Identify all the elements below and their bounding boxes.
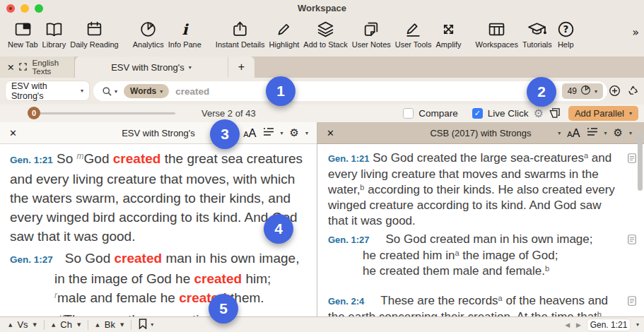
superscript-marker[interactable]: b	[545, 264, 549, 273]
live-click-settings-gear-icon[interactable]: ⚙	[534, 107, 544, 120]
step-down-icon[interactable]: ▼	[77, 322, 81, 328]
expand-zone-icon[interactable]	[19, 63, 27, 72]
caret-down-icon[interactable]: ▾	[636, 321, 639, 328]
scrollbar-thumb[interactable]	[638, 133, 643, 191]
duplicate-pane-icon[interactable]	[549, 107, 561, 121]
search-icon[interactable]: ▾	[102, 86, 117, 97]
verse-reference[interactable]: Gen. 1:21	[10, 155, 53, 165]
window-titlebar: Workspace	[0, 0, 644, 16]
search-hit[interactable]: created	[113, 151, 161, 166]
step-down-icon[interactable]: ▼	[33, 322, 37, 328]
toolbar-item-user-tools[interactable]: User Tools	[395, 18, 432, 49]
verse-slider-thumb[interactable]: 0	[28, 107, 40, 119]
toolbar-item-label: User Notes	[352, 40, 391, 49]
toolbar-item-help[interactable]: ?Help	[556, 18, 575, 49]
toolbar-item-amplify[interactable]: Amplify	[436, 18, 462, 49]
text-size-icon[interactable]: AA	[567, 126, 580, 140]
toolbar-item-label: Library	[42, 40, 66, 49]
verse-text: male and female he	[57, 290, 179, 305]
display-format-icon[interactable]	[263, 126, 274, 139]
step-up-icon[interactable]: ▲	[52, 322, 55, 328]
previous-reference-icon[interactable]: ◀	[565, 321, 570, 328]
add-parallel-button[interactable]: Add Parallel ▾	[568, 106, 638, 121]
user-note-icon[interactable]	[628, 233, 636, 249]
search-hit[interactable]: created	[194, 271, 242, 286]
window-title: Workspace	[0, 3, 644, 13]
step-up-icon[interactable]: ▲	[95, 322, 99, 328]
current-reference-box[interactable]: Gen. 1:21	[587, 319, 630, 331]
pane-tools: ▾ AA ▾ ⚙ ▾	[558, 126, 632, 140]
search-scope-pill[interactable]: Words ▾	[124, 84, 169, 98]
compare-checkbox[interactable]	[403, 108, 414, 119]
verse-position-label: Verse 2 of 43	[201, 108, 256, 119]
toolbar-item-label: Info Pane	[168, 40, 201, 49]
svg-text:?: ?	[563, 23, 568, 35]
pane-csb-text[interactable]: Gen. 1:21 So God created the large sea-c…	[317, 144, 644, 316]
toolbar-item-workspaces[interactable]: Workspaces	[476, 18, 518, 49]
search-query-text[interactable]: created	[175, 86, 209, 97]
pane-settings-gear-icon[interactable]: ⚙	[614, 126, 623, 139]
toolbar-item-info-pane[interactable]: iInfo Pane	[168, 18, 201, 49]
toolbar-item-library[interactable]: Library	[42, 18, 66, 49]
verse-reference[interactable]: Gen. 2:4	[328, 296, 364, 307]
verse-reference[interactable]: Gen. 1:21	[328, 153, 370, 164]
caret-down-icon: ▾	[629, 130, 632, 136]
text-size-icon[interactable]: AA	[243, 126, 256, 140]
toolbar-overflow-icon[interactable]: »	[632, 25, 639, 39]
toolbar-item-tutorials[interactable]: Tutorials	[522, 18, 552, 49]
toolbar-item-instant-details[interactable]: Instant Details	[216, 18, 265, 49]
caret-down-icon: ▾	[281, 130, 283, 136]
superscript-marker[interactable]: b	[597, 310, 602, 316]
verse-reference[interactable]: Gen. 1:27	[328, 235, 370, 245]
caret-down-icon: ▾	[595, 88, 597, 95]
tab-esv-with-strongs[interactable]: ESV with Strong's ▾	[75, 57, 228, 78]
verse-Gen-2-4[interactable]: Gen. 2:4These are the recordsa of the he…	[328, 293, 620, 316]
callout-circle-2: 2	[527, 77, 556, 107]
pane-tools: ▾ AA ▾ ⚙ ▾	[234, 126, 308, 140]
verse-Gen-1-27[interactable]: Gen. 1:27So God created man in his own i…	[10, 249, 312, 307]
bookmark-control[interactable]: ▾	[139, 319, 153, 331]
verse-nav-steppers: ▲Vs▼▲Ch▼▲Bk▼	[8, 319, 124, 330]
step-down-icon[interactable]: ▼	[120, 322, 124, 328]
stepper-label: Ch	[60, 319, 72, 330]
recycle-update-icon[interactable]	[627, 85, 639, 100]
toolbar-item-daily-reading[interactable]: Daily Reading	[70, 18, 118, 49]
toolbar-items: New TabLibraryDaily ReadingAnalyticsiInf…	[6, 18, 578, 49]
close-pane-icon[interactable]: ✕	[327, 128, 334, 138]
verse-Gen-1-21[interactable]: Gen. 1:21 So God created the large sea-c…	[328, 150, 620, 229]
next-reference-icon[interactable]: ▶	[576, 321, 581, 328]
verse-reference[interactable]: Gen. 1:27	[10, 254, 53, 265]
step-up-icon[interactable]: ▲	[8, 322, 12, 328]
hit-count: 49	[568, 86, 577, 96]
superscript-marker[interactable]: m	[77, 151, 84, 161]
caret-down-icon: ▾	[151, 321, 153, 328]
close-zone-icon[interactable]: ✕	[7, 62, 14, 73]
live-click-checkbox[interactable]: ✓	[472, 108, 483, 119]
display-format-icon[interactable]	[587, 126, 598, 139]
toolbar-item-label: Highlight	[269, 40, 300, 49]
caret-down-icon: ▾	[629, 110, 632, 117]
toolbar-item-highlight[interactable]: Highlight	[269, 18, 300, 49]
search-hit[interactable]: created	[115, 251, 163, 266]
close-pane-icon[interactable]: ✕	[9, 128, 17, 138]
workspace-zone[interactable]: ✕ English Texts	[0, 57, 75, 78]
verse-slider-track[interactable]	[35, 112, 175, 114]
user-tools-icon	[404, 18, 423, 40]
user-note-icon[interactable]	[628, 152, 636, 167]
toolbar-item-add-to-stack[interactable]: Add to Stack	[303, 18, 347, 49]
new-tab-button[interactable]: +	[228, 57, 254, 78]
pane-settings-gear-icon[interactable]: ⚙	[290, 126, 299, 139]
verse-text: So God created man in his own image;	[386, 232, 593, 246]
caret-down-icon: ▾	[189, 64, 192, 71]
user-note-icon[interactable]	[628, 295, 636, 310]
verse-Gen-1-27[interactable]: Gen. 1:27So God created man in his own i…	[328, 232, 620, 279]
toolbar-item-new-tab[interactable]: New Tab	[8, 18, 38, 49]
toolbar-item-user-notes[interactable]: User Notes	[352, 18, 391, 49]
text-panes: ✕ ESV with Strong's ▾ AA ▾ ⚙ ▾ Gen. 1:21…	[0, 122, 644, 316]
toolbar-item-analytics[interactable]: Analytics	[133, 18, 164, 49]
add-search-icon[interactable]	[609, 85, 621, 100]
hit-count-pill[interactable]: 49 ▾	[562, 83, 603, 99]
translation-selector[interactable]: ESV with Strong's ▾	[6, 81, 89, 100]
instant-details-icon	[230, 18, 250, 40]
verse-Gen-2-4[interactable]: Gen. 2:4yThese are the generations	[10, 310, 312, 316]
